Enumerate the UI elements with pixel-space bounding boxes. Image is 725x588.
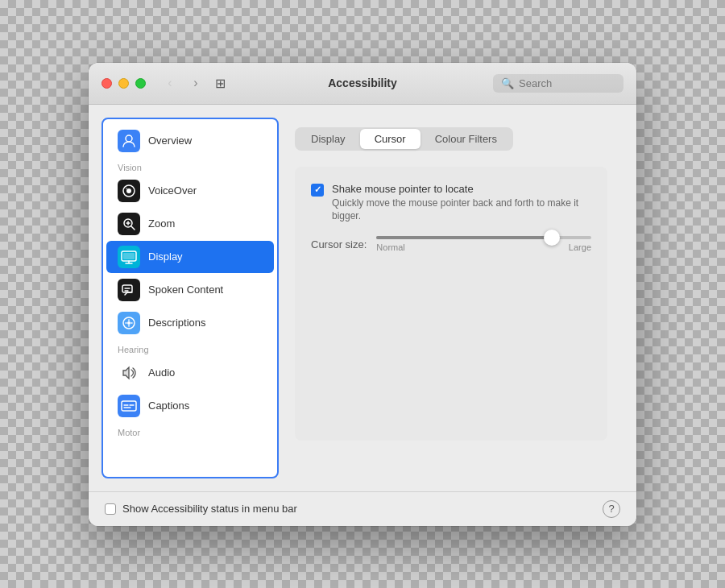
slider-max-label: Large bbox=[569, 242, 591, 252]
overview-label: Overview bbox=[148, 135, 192, 147]
sidebar-item-zoom[interactable]: Zoom bbox=[106, 208, 274, 240]
voiceover-label: VoiceOver bbox=[148, 184, 197, 197]
captions-label: Captions bbox=[148, 400, 189, 412]
tab-bar: Display Cursor Colour Filters bbox=[295, 127, 513, 151]
tab-colour-filters[interactable]: Colour Filters bbox=[420, 129, 512, 149]
audio-icon bbox=[118, 362, 140, 384]
display-icon bbox=[118, 246, 140, 268]
slider-labels: Normal Large bbox=[376, 242, 591, 252]
slider-min-label: Normal bbox=[376, 242, 404, 252]
svg-point-3 bbox=[126, 188, 127, 189]
shake-description: Quickly move the mouse pointer back and … bbox=[332, 197, 591, 224]
minimize-button[interactable] bbox=[118, 78, 129, 89]
titlebar: ‹ › ⊞ Accessibility 🔍 bbox=[89, 63, 636, 105]
menu-bar-checkbox[interactable] bbox=[105, 503, 116, 515]
spoken-content-label: Spoken Content bbox=[148, 284, 223, 296]
motor-section-label: Motor bbox=[103, 423, 277, 439]
tab-display[interactable]: Display bbox=[296, 129, 360, 149]
search-icon: 🔍 bbox=[501, 77, 514, 89]
svg-rect-10 bbox=[122, 401, 136, 411]
sidebar-item-overview[interactable]: Overview bbox=[106, 125, 274, 157]
checkmark-icon: ✓ bbox=[314, 184, 321, 195]
help-button[interactable]: ? bbox=[603, 500, 620, 518]
slider-container: Normal Large bbox=[376, 236, 591, 252]
grid-icon[interactable]: ⊞ bbox=[215, 76, 226, 91]
search-input[interactable] bbox=[519, 77, 615, 89]
search-box[interactable]: 🔍 bbox=[493, 74, 624, 93]
main-content: Overview Vision VoiceOver bbox=[89, 105, 636, 491]
panel-content: ✓ Shake mouse pointer to locate Quickly … bbox=[295, 167, 607, 441]
descriptions-label: Descriptions bbox=[148, 317, 206, 329]
svg-point-0 bbox=[126, 135, 132, 142]
menu-bar-label: Show Accessibility status in menu bar bbox=[122, 503, 297, 515]
close-button[interactable] bbox=[102, 78, 112, 89]
cursor-size-track bbox=[376, 236, 591, 239]
shake-checkbox[interactable]: ✓ bbox=[311, 184, 324, 197]
right-panel: Display Cursor Colour Filters ✓ Shake mo… bbox=[279, 118, 624, 478]
main-window: ‹ › ⊞ Accessibility 🔍 Overview bbox=[89, 63, 636, 526]
bottom-checkbox-row: Show Accessibility status in menu bar bbox=[105, 503, 297, 515]
back-button[interactable]: ‹ bbox=[159, 72, 181, 94]
sidebar-item-audio[interactable]: Audio bbox=[106, 357, 274, 389]
spoken-icon bbox=[118, 279, 140, 301]
sidebar-item-captions[interactable]: Captions bbox=[106, 390, 274, 422]
zoom-icon bbox=[118, 213, 140, 235]
sidebar-item-spoken-content[interactable]: Spoken Content bbox=[106, 274, 274, 306]
svg-point-2 bbox=[126, 188, 131, 193]
slider-thumb[interactable] bbox=[544, 230, 560, 246]
display-label: Display bbox=[148, 251, 183, 263]
cursor-size-label: Cursor size: bbox=[311, 238, 367, 251]
shake-label: Shake mouse pointer to locate bbox=[332, 183, 591, 195]
voiceover-icon bbox=[118, 180, 140, 202]
shake-checkbox-text: Shake mouse pointer to locate Quickly mo… bbox=[332, 183, 591, 224]
bottom-bar: Show Accessibility status in menu bar ? bbox=[89, 491, 636, 526]
slider-fill bbox=[376, 236, 548, 239]
sidebar-item-descriptions[interactable]: Descriptions bbox=[106, 307, 274, 339]
maximize-button[interactable] bbox=[135, 78, 146, 89]
captions-icon bbox=[118, 395, 140, 417]
overview-icon bbox=[118, 130, 140, 152]
sidebar-item-display[interactable]: Display bbox=[106, 241, 274, 273]
shake-checkbox-row: ✓ Shake mouse pointer to locate Quickly … bbox=[311, 183, 591, 224]
nav-arrows: ‹ › bbox=[159, 72, 207, 94]
svg-point-8 bbox=[127, 321, 130, 325]
svg-rect-6 bbox=[123, 253, 135, 259]
traffic-lights bbox=[102, 78, 146, 89]
sidebar-item-voiceover[interactable]: VoiceOver bbox=[106, 175, 274, 207]
sidebar: Overview Vision VoiceOver bbox=[102, 118, 279, 478]
vision-section-label: Vision bbox=[103, 158, 277, 174]
audio-label: Audio bbox=[148, 366, 175, 379]
window-title: Accessibility bbox=[328, 77, 397, 89]
descriptions-icon bbox=[118, 312, 140, 334]
forward-button[interactable]: › bbox=[184, 72, 207, 94]
tab-cursor[interactable]: Cursor bbox=[360, 129, 420, 149]
zoom-label: Zoom bbox=[148, 217, 175, 230]
hearing-section-label: Hearing bbox=[103, 340, 277, 356]
